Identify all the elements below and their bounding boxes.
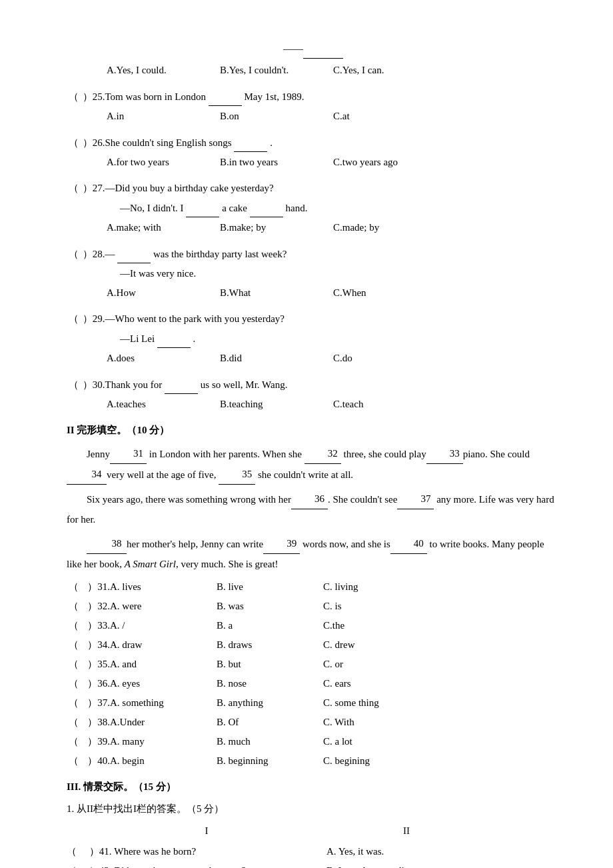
q24-option-c: C.Yes, I can. xyxy=(333,61,420,79)
q26-option-c: C.two years ago xyxy=(333,153,420,171)
cloze-q34: （ ）34. A. draw B. draws C. drew xyxy=(67,636,560,654)
q38-option-c: C. With xyxy=(323,713,410,731)
q39-num: ）39. xyxy=(80,733,110,751)
q33-option-a: A. / xyxy=(110,617,197,635)
q27-sub-row: —No, I didn't. I a cake hand. xyxy=(67,199,560,217)
q29-text: —Who went to the park with you yesterday… xyxy=(105,310,560,328)
q40-paren: （ xyxy=(67,752,80,770)
q25-text: Tom was born in London May 1st, 1989. xyxy=(105,87,560,106)
q31-option-c: C. living xyxy=(323,578,410,596)
q33-option-c: C.the xyxy=(323,617,410,635)
q28-paren: （ xyxy=(67,245,80,263)
q25-num: ）25. xyxy=(80,88,105,106)
q36-num: ）36. xyxy=(80,675,110,693)
q37-option-c: C. some thing xyxy=(323,694,410,712)
q28-options: A.How B.What C.When xyxy=(107,284,560,302)
q24-option-a: A.Yes, I could. xyxy=(107,61,193,79)
top-blank-line: —— xyxy=(283,40,343,59)
q35-option-b: B. but xyxy=(217,655,303,673)
q40-num: ）40. xyxy=(80,752,110,770)
q26-option-a: A.for two years xyxy=(107,153,193,171)
q30-paren: （ xyxy=(67,376,80,394)
q35-paren: （ xyxy=(67,655,80,673)
q30-option-a: A.teaches xyxy=(107,395,193,413)
q27-sub-text: —No, I didn't. I a cake hand. xyxy=(120,199,307,217)
q42-paren: （ xyxy=(67,865,77,868)
question-26: （ ）26. She couldn't sing English songs .… xyxy=(67,133,560,171)
cloze-q32: （ ）32. A. were B. was C. is xyxy=(67,597,560,615)
q29-option-c: C.do xyxy=(333,349,420,367)
q27-option-b: B.make; by xyxy=(220,219,306,237)
q42-num: ）42. Did you sing a song at the party? xyxy=(79,865,246,868)
cloze-q39: （ ）39. A. many B. much C. a lot xyxy=(67,733,560,751)
q26-option-b: B.in two years xyxy=(220,153,306,171)
cloze-q36: （ ）36. A. eyes B. nose C. ears xyxy=(67,675,560,693)
q31-option-b: B. live xyxy=(217,578,303,596)
q32-option-c: C. is xyxy=(323,597,410,615)
q25-option-b: B.on xyxy=(220,107,306,125)
cloze-para-2: Six years ago, there was something wrong… xyxy=(67,489,560,529)
question-25: （ ）25. Tom was born in London May 1st, 1… xyxy=(67,87,560,125)
q36-option-a: A. eyes xyxy=(110,675,197,693)
q32-option-a: A. were xyxy=(110,597,197,615)
cloze-para-3: 38 her mother's help, Jenny can write 39… xyxy=(67,533,560,574)
q34-paren: （ xyxy=(67,636,80,654)
q40-option-c: C. begining xyxy=(323,752,410,770)
q24-top-area: —— A.Yes, I could. B.Yes, I couldn't. C.… xyxy=(67,40,560,79)
section-ii-header: II 完形填空。（10 分） xyxy=(67,421,560,439)
q30-text: Thank you for us so well, Mr. Wang. xyxy=(105,375,560,394)
q34-num: ）34. xyxy=(80,636,110,654)
q28-option-c: C.When xyxy=(333,284,420,302)
col-i-header: I xyxy=(107,822,306,840)
q28-sub-text: —It was very nice. xyxy=(120,265,196,283)
q25-paren: （ xyxy=(67,88,80,106)
q33-option-b: B. a xyxy=(217,617,303,635)
q34-option-b: B. draws xyxy=(217,636,303,654)
q33-num: ）33. xyxy=(80,617,110,635)
q25-option-a: A.in xyxy=(107,107,193,125)
q38-option-b: B. Of xyxy=(217,713,303,731)
q39-paren: （ xyxy=(67,733,80,751)
col-ii-header: II xyxy=(306,822,506,840)
q35-num: ）35. xyxy=(80,655,110,673)
cloze-para-1: Jenny 31 in London with her parents. Whe… xyxy=(67,443,560,485)
question-28: （ ）28. — was the birthday party last wee… xyxy=(67,245,560,302)
q30-option-c: C.teach xyxy=(333,395,420,413)
q32-num: ）32. xyxy=(80,597,110,615)
cloze-q38: （ ）38. A.Under B. Of C. With xyxy=(67,713,560,731)
q28-option-a: A.How xyxy=(107,284,193,302)
q32-option-b: B. was xyxy=(217,597,303,615)
q42-left: （ ）42. Did you sing a song at the party? xyxy=(67,862,300,868)
q28-num: ）28. xyxy=(80,245,105,263)
cloze-q33: （ ）33. A. / B. a C.the xyxy=(67,617,560,635)
q34-option-c: C. drew xyxy=(323,636,410,654)
q27-option-c: C.made; by xyxy=(333,219,420,237)
q39-option-b: B. much xyxy=(217,733,303,751)
cloze-q35: （ ）35. A. and B. but C. or xyxy=(67,655,560,673)
q30-num: ）30. xyxy=(80,376,105,394)
q30-options: A.teaches B.teaching C.teach xyxy=(107,395,560,413)
q35-option-c: C. or xyxy=(323,655,410,673)
q24-option-b: B.Yes, I couldn't. xyxy=(220,61,306,79)
q29-paren: （ xyxy=(67,310,80,328)
q27-text: —Did you buy a birthday cake yesterday? xyxy=(105,179,560,197)
q25-option-c: C.at xyxy=(333,107,420,125)
cloze-questions: （ ）31. A. lives B. live C. living （ ）32.… xyxy=(67,578,560,770)
cloze-q31: （ ）31. A. lives B. live C. living xyxy=(67,578,560,596)
q28-row: （ ）28. — was the birthday party last wee… xyxy=(67,245,560,263)
q38-option-a: A.Under xyxy=(110,713,197,731)
q38-num: ）38. xyxy=(80,713,110,731)
q29-num: ）29. xyxy=(80,310,105,328)
q25-row: （ ）25. Tom was born in London May 1st, 1… xyxy=(67,87,560,106)
q33-paren: （ xyxy=(67,617,80,635)
q31-num: ）31. xyxy=(80,578,110,596)
q29-options: A.does B.did C.do xyxy=(107,349,560,367)
q24-options: A.Yes, I could. B.Yes, I couldn't. C.Yes… xyxy=(107,61,560,79)
q41-paren: （ xyxy=(67,846,77,857)
q34-option-a: A. draw xyxy=(110,636,197,654)
q29-option-a: A.does xyxy=(107,349,193,367)
q29-row: （ ）29. —Who went to the park with you ye… xyxy=(67,310,560,328)
q37-paren: （ xyxy=(67,694,80,712)
q30-row: （ ）30. Thank you for us so well, Mr. Wan… xyxy=(67,375,560,394)
question-27: （ ）27. —Did you buy a birthday cake yest… xyxy=(67,179,560,237)
